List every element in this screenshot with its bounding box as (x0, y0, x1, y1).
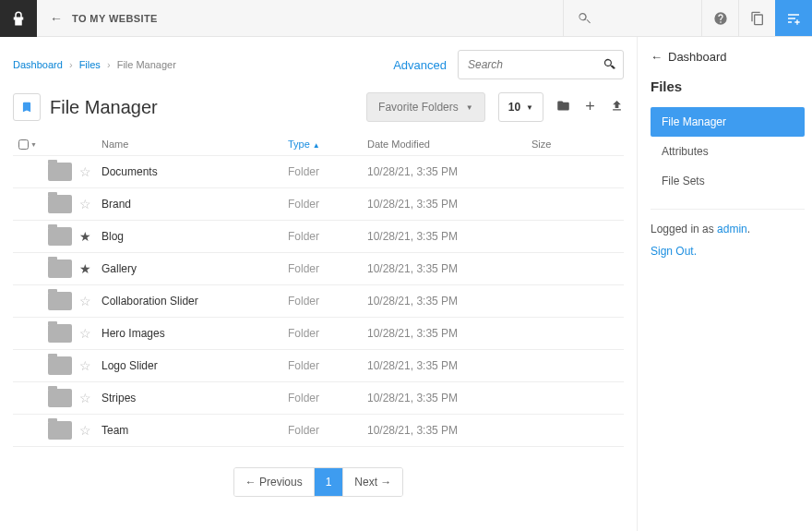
caret-down-icon: ▼ (466, 103, 473, 112)
col-name[interactable]: Name (102, 139, 288, 150)
folder-icon (48, 324, 72, 343)
row-name: Logo Slider (102, 359, 288, 372)
sign-out-link[interactable]: Sign Out. (651, 245, 805, 258)
sidebar-divider (651, 209, 805, 210)
next-page-button[interactable]: Next → (343, 468, 402, 496)
new-folder-button[interactable] (556, 99, 570, 115)
upload-button[interactable] (610, 99, 624, 115)
search-icon[interactable] (603, 57, 616, 74)
search-input[interactable] (458, 50, 624, 79)
col-size[interactable]: Size (531, 139, 624, 150)
col-type[interactable]: Type▲ (288, 139, 367, 150)
folder-icon (48, 227, 72, 246)
table-row[interactable]: ☆DocumentsFolder10/28/21, 3:35 PM (13, 156, 624, 188)
sidebar-back[interactable]: ← Dashboard (651, 50, 805, 64)
logged-in-text: Logged in as admin. (651, 223, 805, 235)
sidebar-item-file-manager[interactable]: File Manager (651, 107, 805, 137)
row-type: Folder (288, 165, 367, 178)
per-page-value: 10 (508, 101, 520, 114)
prev-page-button[interactable]: ← Previous (234, 468, 315, 496)
row-name: Documents (102, 165, 288, 178)
star-toggle[interactable]: ☆ (79, 423, 95, 438)
topbar-search[interactable] (563, 0, 701, 36)
table-row[interactable]: ☆Logo SliderFolder10/28/21, 3:35 PM (13, 350, 624, 382)
row-name: Stripes (102, 392, 288, 404)
copy-icon[interactable] (738, 0, 775, 36)
folder-icon (48, 259, 72, 278)
star-toggle[interactable]: ☆ (79, 358, 95, 373)
arrow-left-icon[interactable]: ← (37, 11, 72, 26)
row-date: 10/28/21, 3:35 PM (367, 295, 531, 308)
table-row[interactable]: ★BlogFolder10/28/21, 3:35 PM (13, 221, 624, 253)
star-toggle[interactable]: ☆ (79, 326, 95, 341)
star-toggle[interactable]: ☆ (79, 391, 95, 405)
settings-icon[interactable] (775, 0, 812, 36)
row-type: Folder (288, 230, 367, 243)
sidebar-back-label: Dashboard (668, 50, 727, 64)
table-row[interactable]: ★GalleryFolder10/28/21, 3:35 PM (13, 253, 624, 285)
col-date[interactable]: Date Modified (367, 139, 531, 150)
row-date: 10/28/21, 3:35 PM (367, 165, 531, 178)
select-menu-caret[interactable]: ▼ (30, 141, 37, 148)
star-toggle[interactable]: ☆ (79, 294, 95, 308)
table-row[interactable]: ☆BrandFolder10/28/21, 3:35 PM (13, 188, 624, 221)
row-name: Gallery (102, 262, 288, 275)
table-row[interactable]: ☆Collaboration SliderFolder10/28/21, 3:3… (13, 285, 624, 318)
table-row[interactable]: ☆StripesFolder10/28/21, 3:35 PM (13, 382, 624, 415)
star-toggle[interactable]: ★ (79, 261, 95, 276)
sidebar-item-attributes[interactable]: Attributes (651, 137, 805, 166)
folder-icon (48, 163, 72, 181)
row-type: Folder (288, 327, 367, 340)
row-type: Folder (288, 424, 367, 437)
help-icon[interactable] (701, 0, 738, 36)
row-type: Folder (288, 262, 367, 275)
arrow-left-icon: ← (651, 50, 663, 64)
page-1-button[interactable]: 1 (315, 468, 344, 496)
row-name: Team (102, 424, 288, 437)
folder-icon (48, 195, 72, 213)
sidebar-item-file-sets[interactable]: File Sets (651, 166, 805, 196)
table-row[interactable]: ☆TeamFolder10/28/21, 3:35 PM (13, 415, 624, 447)
star-toggle[interactable]: ☆ (79, 197, 95, 211)
row-name: Collaboration Slider (102, 295, 288, 308)
row-date: 10/28/21, 3:35 PM (367, 262, 531, 275)
star-toggle[interactable]: ☆ (79, 164, 95, 179)
star-toggle[interactable]: ★ (79, 229, 95, 244)
table-body: ☆DocumentsFolder10/28/21, 3:35 PM☆BrandF… (13, 156, 624, 447)
row-name: Brand (102, 198, 288, 211)
sidebar-heading: Files (651, 78, 805, 94)
topbar: ← TO MY WEBSITE (0, 0, 812, 37)
folder-icon (48, 389, 72, 407)
row-date: 10/28/21, 3:35 PM (367, 359, 531, 372)
page-title: File Manager (50, 97, 158, 118)
crumb-current: File Manager (117, 59, 176, 70)
favorite-folders-label: Favorite Folders (378, 101, 459, 114)
advanced-link[interactable]: Advanced (393, 58, 447, 72)
folder-icon (48, 292, 72, 310)
row-date: 10/28/21, 3:35 PM (367, 392, 531, 404)
crumb-files[interactable]: Files (79, 59, 101, 70)
row-date: 10/28/21, 3:35 PM (367, 230, 531, 243)
row-type: Folder (288, 392, 367, 404)
row-type: Folder (288, 359, 367, 372)
back-to-site[interactable]: TO MY WEBSITE (72, 13, 158, 24)
current-user-link[interactable]: admin (717, 223, 747, 235)
table-row[interactable]: ☆Hero ImagesFolder10/28/21, 3:35 PM (13, 318, 624, 350)
main-panel: Dashboard › Files › File Manager Advance… (0, 37, 637, 531)
row-date: 10/28/21, 3:35 PM (367, 327, 531, 340)
add-button[interactable] (583, 99, 597, 115)
crumb-dashboard[interactable]: Dashboard (13, 59, 63, 70)
bookmark-icon[interactable] (13, 93, 41, 121)
favorite-folders-dropdown[interactable]: Favorite Folders ▼ (366, 92, 485, 122)
row-name: Blog (102, 230, 288, 243)
sort-asc-icon: ▲ (313, 141, 320, 150)
table-header: ▼ Name Type▲ Date Modified Size (13, 133, 624, 156)
breadcrumb: Dashboard › Files › File Manager (13, 59, 176, 70)
folder-icon (48, 421, 72, 440)
per-page-dropdown[interactable]: 10 ▼ (498, 92, 543, 122)
row-date: 10/28/21, 3:35 PM (367, 424, 531, 437)
select-all-checkbox[interactable] (18, 139, 29, 150)
app-logo[interactable] (0, 0, 37, 37)
row-type: Folder (288, 198, 367, 211)
sidebar: ← Dashboard Files File ManagerAttributes… (637, 37, 812, 531)
